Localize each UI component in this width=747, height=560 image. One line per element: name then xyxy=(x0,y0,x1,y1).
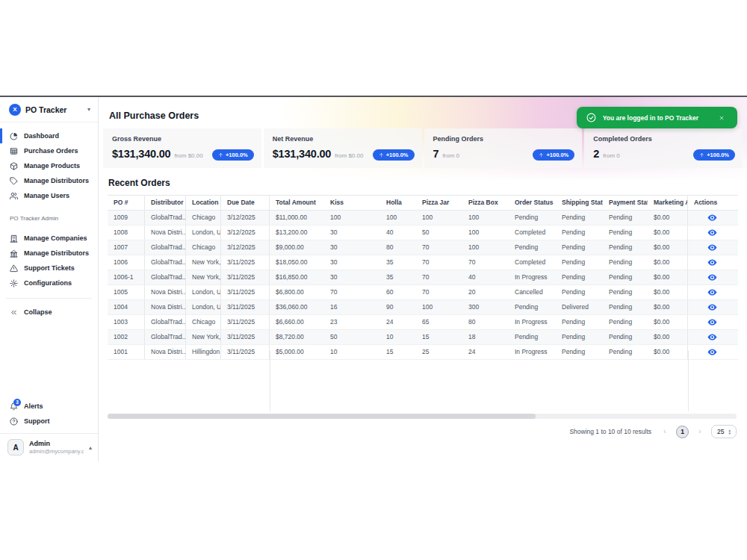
cell-due-date: 3/11/2025 xyxy=(221,255,270,270)
change-value: +100.0% xyxy=(226,152,248,158)
eye-icon xyxy=(707,213,717,223)
cell-pizza-jar: 100 xyxy=(416,211,462,225)
column-header-holla[interactable]: Holla xyxy=(380,196,416,210)
view-order-button[interactable] xyxy=(707,332,717,342)
view-order-button[interactable] xyxy=(707,258,717,267)
table-row-1008[interactable]: 1008Nova Distri...London, UK3/12/2025$13… xyxy=(108,225,738,240)
column-header-total-amount[interactable]: Total Amount xyxy=(270,196,324,210)
cell-due-date: 3/11/2025 xyxy=(221,330,270,344)
toast-close-button[interactable] xyxy=(716,112,728,124)
workspace-switcher[interactable]: X PO Tracker ▾ xyxy=(0,97,98,122)
sidebar-divider xyxy=(6,298,92,299)
cell-location: New York, ... xyxy=(186,270,221,284)
column-header-shipping-stat[interactable]: Shipping Stat... xyxy=(556,196,603,210)
eye-icon xyxy=(707,273,717,282)
cell-actions xyxy=(688,270,737,284)
cell-po: 1002 xyxy=(108,330,145,344)
cell-marketing-allo: $0.00 xyxy=(648,285,688,299)
column-header-pizza-box[interactable]: Pizza Box xyxy=(462,196,509,210)
table-row-1004[interactable]: 1004Nova Distri...London, UK3/11/2025$36… xyxy=(108,300,738,315)
sidebar-item-configurations[interactable]: Configurations xyxy=(0,276,98,290)
column-header-actions[interactable]: Actions xyxy=(688,196,737,210)
avatar: A xyxy=(7,439,24,455)
collapse-label: Collapse xyxy=(24,308,52,316)
cell-shipping-stat: Pending xyxy=(556,211,603,225)
table-body: 1009GlobalTrad...Chicago3/12/2025$11,000… xyxy=(108,211,738,360)
view-order-button[interactable] xyxy=(707,287,717,297)
view-order-button[interactable] xyxy=(707,273,717,282)
sidebar-item-alerts[interactable]: 3 Alerts xyxy=(0,399,98,414)
sidebar-item-purchase-orders[interactable]: Purchase Orders xyxy=(0,143,98,158)
table-row-1009[interactable]: 1009GlobalTrad...Chicago3/12/2025$11,000… xyxy=(108,211,738,225)
cell-location: London, UK xyxy=(186,285,221,299)
cell-kiss: 70 xyxy=(324,285,380,299)
app-logo-icon: X xyxy=(9,104,21,116)
sidebar-item-label: Manage Distributors xyxy=(24,177,89,184)
sidebar-item-manage-users[interactable]: Manage Users xyxy=(0,188,98,203)
column-header-po[interactable]: PO # xyxy=(108,196,145,210)
cell-kiss: 100 xyxy=(324,211,380,225)
sidebar-item-manage-distributors[interactable]: Manage Distributors xyxy=(0,246,98,261)
table-row-1007[interactable]: 1007GlobalTrad...Chicago3/12/2025$9,000.… xyxy=(108,240,738,255)
table-row-1002[interactable]: 1002GlobalTrad...New York, ...3/11/2025$… xyxy=(108,330,738,345)
sidebar-item-manage-companies[interactable]: Manage Companies xyxy=(0,231,98,246)
user-menu[interactable]: A Admin admin@mycompany.c... ▴ xyxy=(0,433,98,461)
cell-holla: 10 xyxy=(380,330,416,344)
scrollbar-thumb[interactable] xyxy=(108,414,536,419)
view-order-button[interactable] xyxy=(707,347,717,357)
cell-kiss: 50 xyxy=(324,330,380,344)
table-row-1006[interactable]: 1006GlobalTrad...New York, ...3/11/2025$… xyxy=(108,255,738,270)
horizontal-scrollbar[interactable] xyxy=(108,414,737,419)
view-order-button[interactable] xyxy=(707,243,717,252)
view-order-button[interactable] xyxy=(707,213,717,223)
stat-from: from $0.00 xyxy=(335,152,363,159)
cell-holla: 35 xyxy=(380,255,416,270)
column-header-due-date[interactable]: Due Date xyxy=(221,196,270,210)
table-row-1003[interactable]: 1003GlobalTrad...Chicago3/11/2025$6,660.… xyxy=(108,315,738,330)
change-badge: +100.0% xyxy=(373,149,415,161)
sidebar-item-manage-products[interactable]: Manage Products xyxy=(0,158,98,173)
table-row-1005[interactable]: 1005Nova Distri...London, UK3/11/2025$6,… xyxy=(108,285,738,300)
current-page-button[interactable]: 1 xyxy=(676,426,689,438)
cell-order-status: Completed xyxy=(509,225,556,240)
sidebar-item-support-tickets[interactable]: Support Tickets xyxy=(0,261,98,276)
view-order-button[interactable] xyxy=(707,228,717,237)
cell-pizza-box: 70 xyxy=(462,255,509,270)
user-meta: Admin admin@mycompany.c... xyxy=(29,440,84,455)
column-header-location[interactable]: Location xyxy=(186,196,221,210)
cell-marketing-allo: $0.00 xyxy=(648,255,688,270)
view-order-button[interactable] xyxy=(707,317,717,327)
cell-due-date: 3/11/2025 xyxy=(221,315,270,329)
next-page-button[interactable]: › xyxy=(694,426,706,438)
column-header-pizza-jar[interactable]: Pizza Jar xyxy=(416,196,462,210)
column-header-order-status[interactable]: Order Status xyxy=(509,196,556,210)
sidebar-item-support[interactable]: Support xyxy=(0,414,98,429)
cell-actions xyxy=(688,315,737,329)
page-size-select[interactable]: 25 ▴▾ xyxy=(711,425,737,438)
cell-po: 1009 xyxy=(108,211,145,225)
column-header-kiss[interactable]: Kiss xyxy=(324,196,380,210)
sidebar-item-label: Manage Products xyxy=(24,162,80,169)
cell-order-status: Cancelled xyxy=(509,285,556,299)
eye-icon xyxy=(707,317,717,327)
column-header-payment-stat[interactable]: Payment Stat... xyxy=(603,196,648,210)
column-header-marketing-allo[interactable]: Marketing Allo... xyxy=(648,196,688,210)
cell-total-amount: $16,850.00 xyxy=(270,270,324,284)
table-row-1006-1[interactable]: 1006-1GlobalTrad...New York, ...3/11/202… xyxy=(108,270,738,285)
sidebar-item-manage-distributors[interactable]: Manage Distributors xyxy=(0,173,98,188)
sidebar-item-label: Dashboard xyxy=(24,132,59,140)
prev-page-button[interactable]: ‹ xyxy=(659,426,671,438)
table-header-row: PO #DistributorLocationDue DateTotal Amo… xyxy=(108,195,738,211)
column-header-distributor[interactable]: Distributor xyxy=(145,196,186,210)
cell-marketing-allo: $0.00 xyxy=(648,240,688,255)
view-order-button[interactable] xyxy=(707,302,717,312)
sidebar-item-dashboard[interactable]: Dashboard xyxy=(0,128,98,143)
eye-icon xyxy=(707,287,717,297)
sidebar-spacer xyxy=(0,320,98,399)
table-row-1001[interactable]: 1001Nova Distri...Hillingdon3/11/2025$5,… xyxy=(108,345,738,360)
package-icon xyxy=(10,162,18,170)
cell-location: London, UK xyxy=(186,225,221,240)
cell-po: 1003 xyxy=(108,315,145,329)
orders-table: PO #DistributorLocationDue DateTotal Amo… xyxy=(108,195,738,420)
collapse-button[interactable]: Collapse xyxy=(0,305,98,320)
